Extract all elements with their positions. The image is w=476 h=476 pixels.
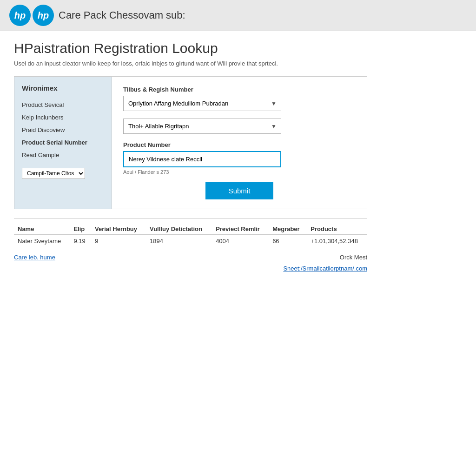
table-row: Nater Sveytame 9.19 9 1894 4004 66 +1.01… — [14, 235, 367, 248]
form-group-product-number: Product Number Aoui / Flander s 273 — [123, 141, 356, 175]
hp-logo-icon-2: hp — [33, 5, 54, 26]
cell-name: Nater Sveytame — [14, 235, 70, 248]
sidebar-dropdown-wrapper: Campil-Tame Cltos — [22, 168, 104, 179]
cell-verial: 9 — [91, 235, 146, 248]
select2-dropdown[interactable]: Thol+ Allable Rigritapn — [123, 119, 281, 134]
col-elip: Elip — [70, 224, 91, 235]
cell-previect: 4004 — [212, 235, 269, 248]
hp-logo: hp hp — [9, 5, 54, 26]
sidebar: Wironimex Product Sevical Kelp Inclunber… — [14, 77, 112, 209]
product-number-hint: Aoui / Flander s 273 — [123, 169, 356, 175]
results-section: Name Elip Verial Hernbuy Vullluy Deticta… — [14, 218, 367, 247]
submit-button[interactable]: Submit — [205, 182, 274, 199]
page-title: HPaistration Registration Lookup — [14, 40, 367, 56]
cell-megraber: 66 — [269, 235, 307, 248]
col-products: Products — [307, 224, 367, 235]
footer-right-text: Orck Mest — [340, 254, 367, 261]
table-header-row: Name Elip Verial Hernbuy Vullluy Deticta… — [14, 224, 367, 235]
cell-vullluy: 1894 — [146, 235, 212, 248]
page-description: Usel do an inpust cleator wnilo keep for… — [14, 60, 367, 67]
col-name: Name — [14, 224, 70, 235]
footer-left-link[interactable]: Care leb. hume — [14, 254, 55, 261]
col-vullluy: Vullluy Detictation — [146, 224, 212, 235]
content-area: Wironimex Product Sevical Kelp Inclunber… — [14, 76, 367, 209]
sidebar-item-product-sevical[interactable]: Product Sevical — [22, 99, 104, 111]
select1-label: Tilbus & Regish Number — [123, 86, 356, 93]
sidebar-dropdown[interactable]: Campil-Tame Cltos — [22, 168, 85, 179]
footer-url-link[interactable]: Sneet:/Srmalicatilorptnam/.com — [283, 265, 367, 272]
col-megraber: Megraber — [269, 224, 307, 235]
cell-elip: 9.19 — [70, 235, 91, 248]
col-verial: Verial Hernbuy — [91, 224, 146, 235]
sidebar-heading: Wironimex — [22, 84, 104, 92]
form-group-select1: Tilbus & Regish Number Opriytion Affang … — [123, 86, 356, 111]
sidebar-item-praid-discoview[interactable]: Praid Discoview — [22, 124, 104, 136]
product-number-input[interactable] — [123, 151, 281, 167]
select1-dropdown[interactable]: Opriytion Affang Medulliom Pubradan — [123, 96, 281, 111]
col-previect: Previect Remlir — [212, 224, 269, 235]
form-area: Tilbus & Regish Number Opriytion Affang … — [112, 77, 367, 209]
sidebar-item-product-serial-number[interactable]: Product Serial Number — [22, 136, 104, 149]
header-title: Care Pack Chessovam sub: — [59, 9, 185, 21]
sidebar-item-kelp-inclunbers[interactable]: Kelp Inclunbers — [22, 111, 104, 124]
hp-logo-icon-1: hp — [9, 5, 31, 26]
results-table: Name Elip Verial Hernbuy Vullluy Deticta… — [14, 224, 367, 247]
footer-row: Care leb. hume Orck Mest — [14, 254, 367, 261]
form-group-select2: Thol+ Allable Rigritapn ▼ — [123, 119, 356, 134]
header: hp hp Care Pack Chessovam sub: — [0, 0, 476, 31]
select1-wrapper: Opriytion Affang Medulliom Pubradan ▼ — [123, 96, 281, 111]
sidebar-item-read-gample[interactable]: Read Gample — [22, 149, 104, 161]
footer-url-wrapper: Sneet:/Srmalicatilorptnam/.com — [14, 264, 367, 272]
cell-products: +1.01,304,52.348 — [307, 235, 367, 248]
product-number-label: Product Number — [123, 141, 356, 148]
select2-wrapper: Thol+ Allable Rigritapn ▼ — [123, 119, 281, 134]
main-content: HPaistration Registration Lookup Usel do… — [0, 31, 381, 281]
